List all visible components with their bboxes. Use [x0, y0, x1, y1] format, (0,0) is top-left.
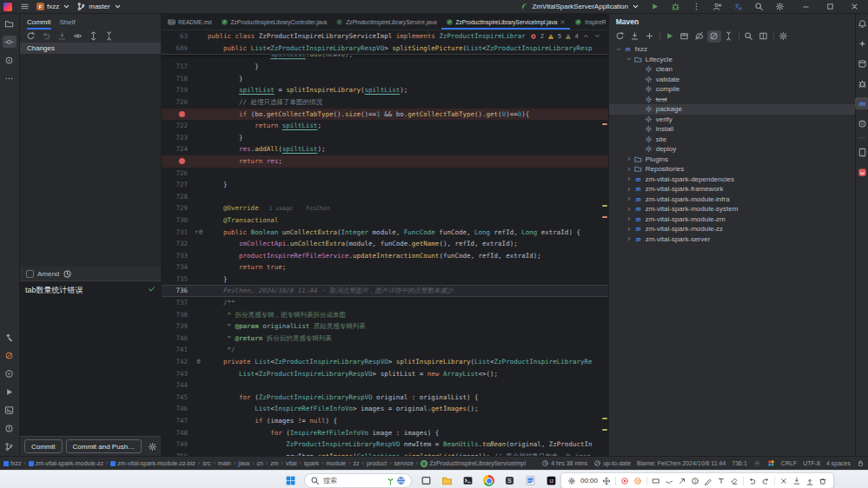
- task-view-button[interactable]: [419, 473, 433, 487]
- database-tool-icon[interactable]: [855, 57, 868, 69]
- run-button[interactable]: [647, 1, 661, 13]
- search-icon[interactable]: [752, 1, 765, 13]
- chevron-right-icon[interactable]: [625, 215, 633, 222]
- prev-problem-icon[interactable]: [582, 32, 590, 40]
- breadcrumb-item[interactable]: zm-vital-spark-module-zz-biz: [110, 460, 195, 466]
- terminal-tool-icon[interactable]: [3, 404, 17, 416]
- freehand-tool-icon[interactable]: [665, 477, 673, 485]
- view-options-icon[interactable]: [71, 30, 85, 43]
- next-problem-icon[interactable]: [593, 32, 601, 40]
- breakpoint-icon[interactable]: [179, 111, 185, 117]
- build-tool-icon[interactable]: [3, 331, 17, 343]
- maven-tree-item-Repositories[interactable]: Repositories: [609, 164, 855, 175]
- download-sources-icon[interactable]: [628, 30, 642, 43]
- chevron-right-icon[interactable]: [625, 175, 633, 182]
- add-maven-project-icon[interactable]: [643, 30, 657, 43]
- personadd-icon[interactable]: [710, 1, 724, 13]
- offline-mode-icon[interactable]: [692, 30, 706, 43]
- taskbar-search[interactable]: 搜索: [304, 473, 412, 488]
- maven-tree-item-validate[interactable]: validate: [609, 75, 855, 85]
- maven-tree-item-clean[interactable]: clean: [609, 64, 855, 75]
- download-capture-icon[interactable]: [792, 477, 801, 485]
- problems-tool-icon[interactable]: [3, 422, 17, 434]
- line-number[interactable]: [162, 109, 190, 121]
- maven-tree-item-zm-vital-spark-dependencies[interactable]: mzm-vital-spark-dependencies: [609, 175, 855, 185]
- execute-goal-icon[interactable]: [678, 30, 692, 43]
- commit-button[interactable]: Commit: [24, 439, 63, 453]
- chevron-down-icon[interactable]: [625, 56, 633, 63]
- commit-message-input[interactable]: tab数量统计错误: [20, 280, 161, 437]
- red-plugin-icon[interactable]: [855, 166, 868, 178]
- show-columns-icon[interactable]: [757, 30, 771, 43]
- breadcrumb-item[interactable]: spark: [304, 460, 319, 466]
- breadcrumb-item[interactable]: java: [238, 460, 249, 466]
- document-app-button[interactable]: [523, 473, 537, 487]
- apply-patch-icon[interactable]: [56, 30, 70, 43]
- more-actions-icon[interactable]: [689, 1, 703, 13]
- maven-tree-item-Lifecycle[interactable]: Lifecycle: [609, 55, 855, 65]
- chevron-right-icon[interactable]: [625, 186, 633, 193]
- editor-tab[interactable]: README.md: [163, 14, 216, 30]
- services-tool-icon[interactable]: [3, 367, 17, 379]
- breadcrumb-item[interactable]: src: [202, 460, 210, 466]
- ai-assistant-icon[interactable]: [855, 37, 868, 49]
- maven-tree-item-zm-vital-spark-framework[interactable]: mzm-vital-spark-framework: [609, 184, 855, 195]
- breakpoint-icon[interactable]: [179, 158, 185, 164]
- breadcrumb-item[interactable]: vital: [286, 460, 296, 466]
- chevron-right-icon[interactable]: [625, 195, 633, 202]
- export-capture-icon[interactable]: [805, 477, 814, 485]
- changes-header[interactable]: Changes: [20, 43, 161, 54]
- commit-tool-icon[interactable]: [3, 36, 17, 48]
- close-recorder-icon[interactable]: [779, 477, 788, 485]
- device-manager-icon[interactable]: [855, 146, 868, 158]
- maven-tree-item-package[interactable]: package: [609, 104, 855, 115]
- main-menu-icon[interactable]: [17, 1, 31, 13]
- breadcrumb-item[interactable]: zm: [270, 460, 278, 466]
- pull-requests-tool-icon[interactable]: [3, 54, 17, 66]
- discard-capture-icon[interactable]: [818, 477, 827, 485]
- plugins-tool-icon[interactable]: [855, 77, 868, 89]
- maven-tree-item-verify[interactable]: verify: [609, 115, 855, 125]
- run-maven-goal-icon[interactable]: [663, 30, 677, 43]
- status-7361[interactable]: 736:1: [732, 460, 747, 466]
- file-explorer-button[interactable]: [440, 473, 454, 487]
- history-icon[interactable]: [63, 269, 72, 279]
- rectangle-tool-icon[interactable]: [652, 477, 660, 485]
- move-toolbar-icon[interactable]: [602, 477, 611, 485]
- close-tab-icon[interactable]: [560, 19, 566, 25]
- chevron-down-icon[interactable]: [614, 46, 623, 53]
- reload-projects-icon[interactable]: [613, 30, 627, 43]
- breadcrumb-item[interactable]: ZzProductInspireLibraryServiceImpl: [421, 460, 526, 467]
- skip-tests-icon[interactable]: [707, 30, 721, 43]
- commit-settings-icon[interactable]: [145, 440, 159, 452]
- maven-settings-icon[interactable]: [777, 30, 791, 43]
- commit-and-push-button[interactable]: Commit and Push…: [66, 439, 142, 453]
- maven-tree-item-deploy[interactable]: deploy: [609, 144, 855, 155]
- branch-selector[interactable]: master: [76, 2, 122, 11]
- pencil-tool-icon[interactable]: [704, 477, 712, 485]
- breadcrumb-item[interactable]: main: [218, 460, 231, 466]
- tab-commit[interactable]: Commit: [27, 14, 51, 30]
- maximize-button[interactable]: [823, 1, 837, 13]
- line-number[interactable]: [162, 155, 190, 168]
- status-4[interactable]: 4 hrs 38 mins: [541, 459, 587, 467]
- changes-list[interactable]: [20, 54, 161, 267]
- search-goal-icon[interactable]: [742, 30, 756, 43]
- chevron-right-icon[interactable]: [625, 206, 633, 213]
- gutter-icon[interactable]: @: [190, 356, 208, 368]
- status-lock[interactable]: [857, 459, 865, 467]
- run-tool-icon[interactable]: [3, 386, 17, 398]
- trans-icon[interactable]: 文A: [731, 1, 745, 13]
- maven-tool-icon[interactable]: m: [855, 97, 868, 109]
- chevron-right-icon[interactable]: [625, 155, 633, 162]
- undo-button-icon[interactable]: [748, 477, 757, 485]
- collapse-all-icon[interactable]: [722, 30, 736, 43]
- inspection-widget[interactable]: 254: [530, 30, 608, 43]
- run-config-selector[interactable]: ZmVitalSparkServerApplication: [520, 2, 640, 11]
- redo-button-icon[interactable]: [761, 477, 770, 485]
- breadcrumb-item[interactable]: product: [367, 460, 387, 466]
- intellij-idea-button[interactable]: IJ: [544, 473, 558, 487]
- status-crlf[interactable]: CRLF: [781, 460, 797, 466]
- start-button[interactable]: [283, 473, 297, 487]
- snipping-tool-button[interactable]: S: [502, 473, 516, 487]
